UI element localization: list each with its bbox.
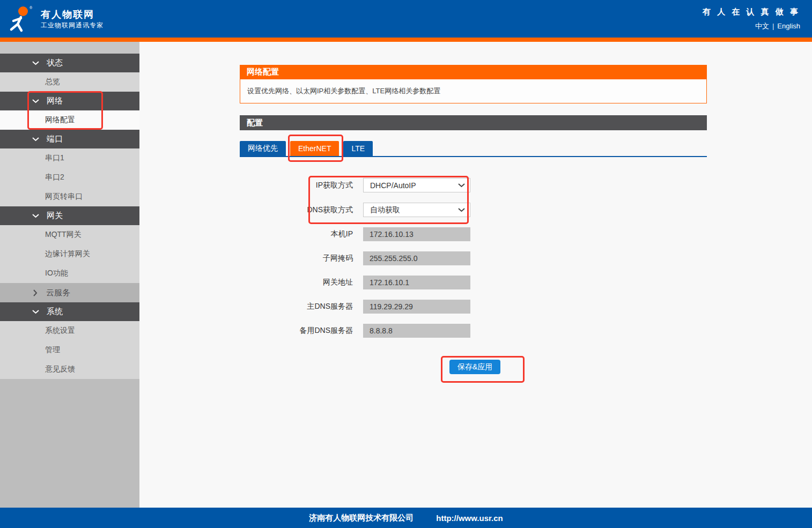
sidebar-item-serial2[interactable]: 串口2 [0, 168, 139, 187]
header-right: 有 人 在 认 真 做 事 中文|English [703, 7, 812, 31]
form-row-secondary-dns: 备用DNS服务器 [240, 324, 707, 338]
footer-bar: 济南有人物联网技术有限公司 http://www.usr.cn [0, 508, 812, 528]
form-row-ip-mode: IP获取方式 DHCP/AutoIP [240, 178, 707, 192]
page-description: 设置优先网络、以太网IP相关参数配置、LTE网络相关参数配置 [247, 86, 440, 96]
sidebar-item-label: 网络配置 [45, 115, 75, 125]
dns-mode-label: DNS获取方式 [240, 205, 353, 215]
chevron-down-icon [32, 61, 39, 65]
sidebar-item-label: MQTT网关 [45, 230, 82, 240]
main-content: 网络配置 设置优先网络、以太网IP相关参数配置、LTE网络相关参数配置 配置 网… [139, 42, 812, 508]
sidebar-item-label: 系统设置 [45, 326, 75, 336]
brand-subtitle: 工业物联网通讯专家 [41, 21, 104, 29]
form-row-local-ip: 本机IP [240, 227, 707, 241]
sidebar-group-label: 系统 [47, 307, 63, 317]
footer-company: 济南有人物联网技术有限公司 [309, 513, 414, 523]
main-column: 网络配置 设置优先网络、以太网IP相关参数配置、LTE网络相关参数配置 配置 网… [240, 42, 707, 374]
ethernet-form: IP获取方式 DHCP/AutoIP DNS获取方式 自动获取 本机IP [240, 178, 707, 374]
sidebar-item-io-function[interactable]: IO功能 [0, 264, 139, 283]
sidebar-item-label: 管理 [45, 345, 60, 355]
primary-dns-input [363, 300, 470, 314]
chevron-down-icon [458, 183, 465, 188]
footer-url-link[interactable]: http://www.usr.cn [436, 514, 503, 523]
sidebar-filler [0, 379, 139, 508]
sidebar-nav: 状态 总览 网络 网络配置 端口 串口1 串口2 网页转串口 网关 [0, 42, 139, 508]
network-config-page: ® 有人物联网 工业物联网通讯专家 有 人 在 认 真 做 事 中文|Engli… [0, 0, 812, 528]
page-title-bar: 网络配置 [240, 65, 707, 79]
sidebar-item-network-config[interactable]: 网络配置 [0, 110, 139, 130]
form-row-subnet-mask: 子网掩码 [240, 251, 707, 265]
gateway-address-input [363, 276, 470, 289]
sidebar-item-label: 边缘计算网关 [45, 249, 90, 259]
save-apply-button[interactable]: 保存&应用 [449, 360, 500, 374]
sidebar-group-label: 状态 [47, 58, 63, 68]
lang-divider: | [772, 22, 774, 30]
usr-logo-icon: ® [8, 5, 35, 33]
brand-text: 有人物联网 工业物联网通讯专家 [41, 8, 104, 29]
local-ip-label: 本机IP [240, 229, 353, 239]
chevron-right-icon [33, 289, 38, 296]
sidebar-top-strip [0, 42, 139, 54]
form-row-dns-mode: DNS获取方式 自动获取 [240, 203, 707, 217]
svg-text:®: ® [29, 6, 33, 10]
config-section-bar: 配置 [240, 115, 707, 130]
sidebar-group-network[interactable]: 网络 [0, 92, 139, 110]
lang-chinese-link[interactable]: 中文 [755, 22, 769, 30]
page-description-box: 设置优先网络、以太网IP相关参数配置、LTE网络相关参数配置 [240, 79, 707, 103]
secondary-dns-label: 备用DNS服务器 [240, 326, 353, 336]
chevron-down-icon [458, 208, 465, 212]
form-row-gateway-address: 网关地址 [240, 276, 707, 289]
dns-mode-select[interactable]: 自动获取 [363, 203, 470, 217]
sidebar-item-label: 串口2 [45, 173, 64, 182]
sidebar-group-gateway[interactable]: 网关 [0, 206, 139, 225]
form-row-primary-dns: 主DNS服务器 [240, 300, 707, 314]
top-header-bar: ® 有人物联网 工业物联网通讯专家 有 人 在 认 真 做 事 中文|Engli… [0, 0, 812, 38]
chevron-down-icon [32, 310, 39, 314]
sidebar-item-web-to-serial[interactable]: 网页转串口 [0, 187, 139, 206]
sidebar-item-edge-computing-gateway[interactable]: 边缘计算网关 [0, 244, 139, 264]
ip-mode-label: IP获取方式 [240, 181, 353, 190]
sidebar-item-mqtt-gateway[interactable]: MQTT网关 [0, 225, 139, 244]
chevron-down-icon [32, 137, 39, 142]
secondary-dns-input [363, 324, 470, 338]
save-row: 保存&应用 [449, 360, 707, 374]
brand-block: ® 有人物联网 工业物联网通讯专家 [0, 5, 104, 33]
header-slogan: 有 人 在 认 真 做 事 [703, 7, 800, 17]
sidebar-item-label: 意见反馈 [45, 365, 75, 374]
sidebar-item-label: IO功能 [45, 269, 68, 278]
sidebar-group-label: 云服务 [46, 288, 70, 298]
gateway-address-label: 网关地址 [240, 278, 353, 287]
subnet-mask-label: 子网掩码 [240, 254, 353, 263]
tab-network-priority[interactable]: 网络优先 [240, 141, 286, 156]
sidebar-group-label: 端口 [47, 134, 63, 144]
tab-lte[interactable]: LTE [343, 141, 373, 156]
sidebar-item-overview[interactable]: 总览 [0, 72, 139, 92]
sidebar-item-serial1[interactable]: 串口1 [0, 148, 139, 168]
tab-ethernet[interactable]: EtherNET [290, 141, 339, 156]
sidebar-group-cloud-service[interactable]: 云服务 [0, 283, 139, 302]
sidebar-group-ports[interactable]: 端口 [0, 130, 139, 148]
brand-title: 有人物联网 [41, 8, 104, 21]
config-section-title: 配置 [247, 118, 263, 128]
sidebar-item-label: 总览 [45, 77, 60, 87]
ip-mode-selected-value: DHCP/AutoIP [370, 181, 416, 190]
page-title: 网络配置 [247, 67, 279, 77]
lang-english-link[interactable]: English [777, 22, 800, 30]
sidebar-group-label: 网络 [47, 96, 63, 106]
dns-mode-selected-value: 自动获取 [370, 205, 400, 215]
language-switcher: 中文|English [755, 21, 800, 31]
subnet-mask-input [363, 251, 470, 265]
ip-mode-select[interactable]: DHCP/AutoIP [363, 178, 470, 192]
sidebar-item-label: 网页转串口 [45, 192, 83, 202]
chevron-down-icon [32, 99, 39, 103]
sidebar-item-management[interactable]: 管理 [0, 340, 139, 360]
sidebar-item-label: 串口1 [45, 153, 64, 163]
sidebar-group-system[interactable]: 系统 [0, 302, 139, 321]
sidebar-item-feedback[interactable]: 意见反馈 [0, 360, 139, 379]
config-tabs: 网络优先 EtherNET LTE [240, 141, 707, 157]
sidebar-item-system-settings[interactable]: 系统设置 [0, 321, 139, 340]
sidebar-group-status[interactable]: 状态 [0, 54, 139, 72]
local-ip-input [363, 227, 470, 241]
chevron-down-icon [32, 214, 39, 218]
header-accent-stripe [0, 38, 812, 42]
primary-dns-label: 主DNS服务器 [240, 302, 353, 311]
